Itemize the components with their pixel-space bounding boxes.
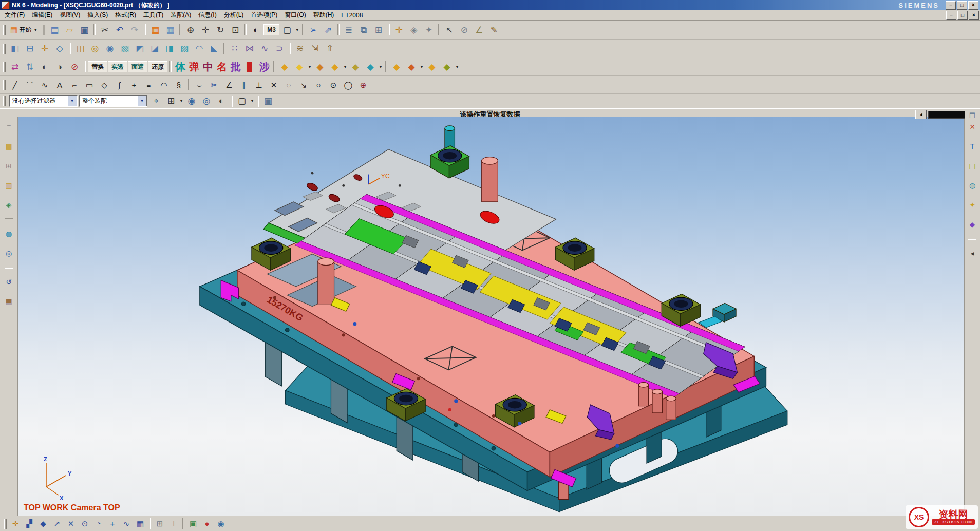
mold-tool-icon-8-caret[interactable]: ▾ [419,65,424,69]
shaded-pick-icon[interactable]: ◐ [214,94,229,108]
quick-trim-icon[interactable]: ⊕ [356,78,370,92]
menu-item-1[interactable]: 编辑(E) [28,10,56,20]
conic-icon[interactable]: ∿ [37,78,52,92]
polygon-icon[interactable]: ◇ [97,78,111,92]
mdi-minimize-button[interactable]: – [946,11,956,20]
arc-icon[interactable]: ⌒ [23,78,37,92]
menu-item-3[interactable]: 插入(S) [84,10,111,20]
toolbar-grip[interactable] [3,96,6,106]
measure-icon[interactable]: ∠ [472,23,486,37]
cut-icon[interactable]: ✂ [98,23,112,37]
recent-commands-icon[interactable]: ▦ [148,23,162,37]
mid-point-snap-icon[interactable]: ◆ [36,517,50,530]
deselect-all-icon[interactable]: ⊘ [457,23,472,37]
translucency-button[interactable]: 实透 [108,61,127,72]
window-cascade-icon[interactable]: ⊟ [23,42,37,56]
move-object-icon[interactable]: ➢ [306,23,321,37]
block-icon[interactable]: ▧ [118,42,132,56]
replace-button[interactable]: 替换 [88,61,107,72]
undo-icon[interactable]: ↶ [112,23,127,37]
constraint-navigator-icon[interactable]: ⊞ [3,160,15,172]
menu-item-12[interactable]: ET2008 [337,11,366,20]
collapse-pane-arrow[interactable]: ◂ [966,247,978,259]
cross-icon[interactable]: ✕ [267,78,281,92]
face-analysis-icon[interactable]: ▢ [280,23,294,37]
tube-icon[interactable]: ⊃ [272,42,287,56]
menu-item-7[interactable]: 信息(I) [195,10,220,20]
layer-settings-icon[interactable]: ≣ [342,23,356,37]
menu-item-5[interactable]: 工具(T) [140,10,167,20]
minimize-button[interactable]: – [946,1,956,10]
zoom-icon[interactable]: ⊕ [183,23,198,37]
mold-tool-icon-10[interactable]: ◆ [440,60,454,74]
batch-char-button[interactable]: 批 [229,60,242,74]
save-icon[interactable]: ▣ [77,23,91,37]
extrude-icon[interactable]: ◫ [73,42,87,56]
offset-face-icon[interactable]: ⇧ [323,42,337,56]
mold-tool-icon-6-caret[interactable]: ▾ [378,65,383,69]
grid-snap-icon[interactable]: ⊞ [153,517,166,530]
graphics-viewport[interactable]: 15270KG [18,117,964,516]
display-mode-icon[interactable]: ◧ [8,42,22,56]
snap-angle-icon[interactable]: ⌖ [149,94,163,108]
selection-scope-dropdown[interactable]: 整个装配 ▾ [79,95,147,107]
red-block-icon[interactable]: ▊ [243,60,257,74]
show-hide-icon[interactable]: ◐ [37,60,52,74]
command-finder-icon[interactable]: ▦ [163,23,177,37]
toolbar-grip[interactable] [3,80,6,90]
close-pane-icon[interactable]: ✕ [966,121,978,133]
trim-body-icon[interactable]: ◨ [162,42,177,56]
mold-tool-icon-10-caret[interactable]: ▾ [455,65,460,69]
line-icon[interactable]: ╱ [8,78,22,92]
fit-view-icon[interactable]: ⊡ [228,23,242,37]
immediate-hide-icon[interactable]: ⊘ [67,60,82,74]
mold-tool-icon-3[interactable]: ◆ [313,60,327,74]
pin-pane-icon[interactable]: ◆ [966,218,978,231]
reorder-blanks-icon[interactable]: ⇅ [23,60,37,74]
mold-tool-icon-2[interactable]: ◆ [292,60,307,74]
selection-expand-icon-caret[interactable]: ▾ [179,99,184,103]
name-char-button[interactable]: 名 [215,60,229,74]
left-toolbar-grip[interactable]: ≡ [3,121,15,133]
prompt-options-icon[interactable]: ▤ [967,109,978,120]
prompt-scroll-left-button[interactable]: ◄ [915,110,927,119]
hd3d-tools-icon[interactable]: ◍ [3,227,15,240]
redo-icon[interactable]: ↷ [127,23,142,37]
profile-icon[interactable]: ⌐ [67,78,82,92]
shell-icon[interactable]: ▨ [177,42,192,56]
render-style-m3-button[interactable]: M3 [263,24,279,35]
point-icon[interactable]: + [127,78,141,92]
close-button[interactable]: × [968,1,978,10]
selection-ball-icon[interactable]: ✦ [422,23,436,37]
mdi-restore-button[interactable]: □ [957,11,968,20]
macro-record-icon[interactable]: ● [200,517,214,530]
thread-icon[interactable]: ≋ [293,42,307,56]
menu-item-2[interactable]: 视图(V) [56,10,84,20]
offset-curve-icon[interactable]: ≡ [142,78,156,92]
selection-filter-dropdown[interactable]: 没有选择过滤器 ▾ [9,95,78,107]
transform-icon[interactable]: ⇗ [321,23,335,37]
menu-item-10[interactable]: 窗口(O) [281,10,309,20]
mold-tool-icon-4-caret[interactable]: ▾ [343,65,348,69]
assembly-navigator-icon[interactable]: ▤ [3,140,15,153]
help-cue-icon[interactable]: ◉ [214,517,228,530]
perpendicular-line-icon[interactable]: ⊥ [252,78,266,92]
control-point-snap-icon[interactable]: ↗ [50,517,64,530]
mold-tool-icon-7[interactable]: ◆ [389,60,404,74]
color-palette-icon[interactable]: ▤ [966,160,978,172]
snap-point-icon[interactable]: ◈ [407,23,421,37]
edge-blend-icon[interactable]: ◠ [192,42,206,56]
marquee-select-icon-caret[interactable]: ▾ [250,99,255,103]
toolbar-grip[interactable] [3,62,6,72]
pan-icon[interactable]: ✛ [198,23,213,37]
window-layout-icon[interactable]: ⊞ [371,23,386,37]
interference-char-button[interactable]: 涉 [258,60,271,74]
studio-spline-icon[interactable]: ∫ [112,78,126,92]
face-mask-button[interactable]: 面遮 [128,61,147,72]
pattern-feature-icon[interactable]: ∷ [228,42,242,56]
revolve-icon[interactable]: ◎ [88,42,102,56]
menu-item-4[interactable]: 格式(R) [111,10,140,20]
marquee-select-icon[interactable]: ▢ [235,94,249,108]
view-trimetric-icon[interactable]: ◇ [52,42,67,56]
restore-button[interactable]: 还原 [148,61,167,72]
